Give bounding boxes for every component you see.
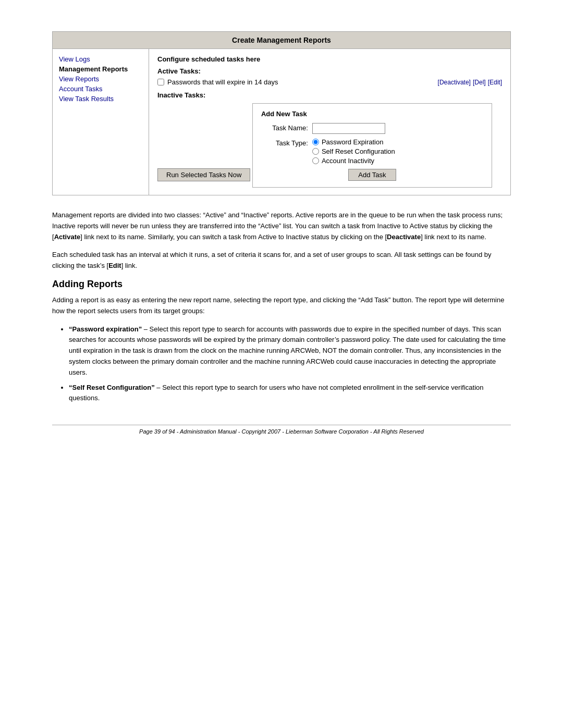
- body-paragraph-1: Management reports are divided into two …: [52, 210, 511, 242]
- run-selected-tasks-button[interactable]: Run Selected Tasks Now: [157, 168, 250, 181]
- sidebar-item-view-task-results[interactable]: View Task Results: [59, 94, 142, 104]
- radio-self-reset-input[interactable]: [312, 148, 319, 155]
- footer-text: Page 39 of 94 - Administration Manual - …: [139, 428, 424, 435]
- panel-title: Create Management Reports: [232, 36, 331, 44]
- radio-self-reset-label: Self Reset Configuration: [322, 147, 395, 155]
- panel-header: Create Management Reports: [53, 32, 510, 49]
- adding-reports-heading: Adding Reports: [52, 279, 511, 290]
- active-task-checkbox[interactable]: [157, 79, 164, 85]
- add-task-btn-row: Add Task: [261, 169, 483, 181]
- radio-password-expiration-input[interactable]: [312, 139, 319, 145]
- activate-bold: Activate: [54, 233, 81, 241]
- add-task-title: Add New Task: [261, 110, 483, 118]
- content-area: Configure scheduled tasks here Active Ta…: [149, 49, 510, 195]
- task-links: [Deactivate] [Del] [Edit]: [438, 79, 502, 86]
- task-type-row: Task Type: Password Expiration Self Rese…: [261, 138, 483, 165]
- radio-password-expiration[interactable]: Password Expiration: [312, 138, 395, 146]
- sidebar-nav: View Logs Management Reports View Report…: [53, 49, 149, 195]
- adding-intro: Adding a report is as easy as entering t…: [52, 295, 511, 317]
- edit-link[interactable]: [Edit]: [488, 79, 502, 86]
- sidebar-item-management-reports: Management Reports: [59, 64, 142, 74]
- configure-text: Configure scheduled tasks here: [157, 55, 502, 63]
- active-task-left: Passwords that will expire in 14 days: [157, 78, 278, 86]
- add-new-task-box: Add New Task Task Name: Task Type: Passw…: [252, 103, 492, 188]
- add-task-button[interactable]: Add Task: [348, 169, 396, 181]
- radio-account-inactivity-input[interactable]: [312, 157, 319, 164]
- del-link[interactable]: [Del]: [473, 79, 486, 86]
- active-tasks-label: Active Tasks:: [157, 67, 502, 75]
- active-task-item-text: Passwords that will expire in 14 days: [167, 78, 278, 86]
- task-type-label: Task Type:: [261, 138, 308, 147]
- radio-self-reset[interactable]: Self Reset Configuration: [312, 147, 395, 155]
- sidebar-item-account-tasks[interactable]: Account Tasks: [59, 84, 142, 94]
- radio-account-inactivity-label: Account Inactivity: [322, 157, 374, 165]
- radio-password-expiration-label: Password Expiration: [322, 138, 384, 146]
- bullet-item-self-reset: “Self Reset Configuration” – Select this…: [69, 382, 511, 404]
- inactive-tasks-label: Inactive Tasks:: [157, 91, 502, 99]
- bullet-item-password-expiration: “Password expiration” – Select this repo…: [69, 324, 511, 378]
- bullet-list: “Password expiration” – Select this repo…: [69, 324, 511, 404]
- bullet-password-expiration-bold: “Password expiration”: [69, 325, 142, 333]
- edit-bold: Edit: [108, 262, 121, 269]
- task-type-radio-group: Password Expiration Self Reset Configura…: [312, 138, 395, 165]
- management-reports-panel: Create Management Reports View Logs Mana…: [52, 31, 511, 195]
- task-name-label: Task Name:: [261, 123, 308, 132]
- deactivate-bold: Deactivate: [387, 233, 421, 241]
- sidebar-item-view-logs[interactable]: View Logs: [59, 54, 142, 64]
- task-name-row: Task Name:: [261, 123, 483, 134]
- task-name-input[interactable]: [312, 123, 385, 134]
- active-task-row: Passwords that will expire in 14 days [D…: [157, 78, 502, 86]
- panel-body: View Logs Management Reports View Report…: [53, 49, 510, 195]
- deactivate-link[interactable]: [Deactivate]: [438, 79, 471, 86]
- sidebar-item-view-reports[interactable]: View Reports: [59, 74, 142, 84]
- bullet-self-reset-bold: “Self Reset Configuration”: [69, 384, 155, 391]
- radio-account-inactivity[interactable]: Account Inactivity: [312, 157, 395, 165]
- body-paragraph-2: Each scheduled task has an interval at w…: [52, 250, 511, 272]
- page-footer: Page 39 of 94 - Administration Manual - …: [52, 425, 511, 435]
